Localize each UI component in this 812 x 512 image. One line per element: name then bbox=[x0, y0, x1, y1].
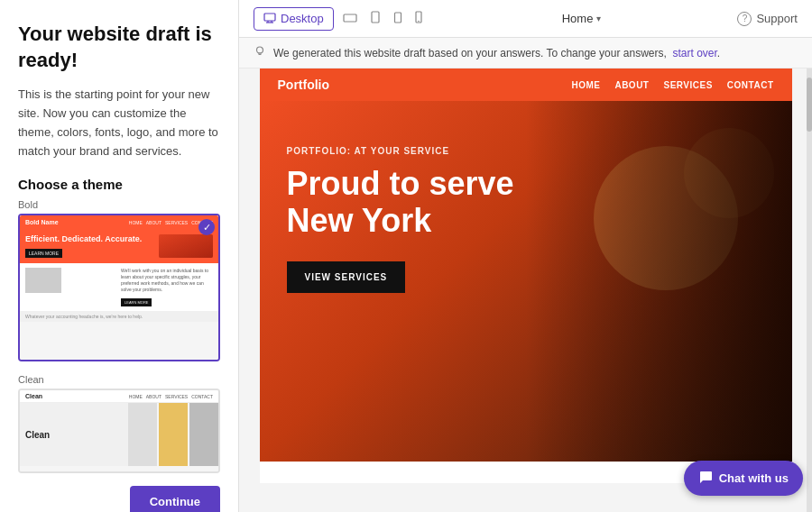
nav-contact[interactable]: CONTACT bbox=[727, 80, 774, 90]
nav-about[interactable]: ABOUT bbox=[614, 80, 649, 90]
svg-point-8 bbox=[418, 20, 420, 22]
preview-frame: Portfolio HOME ABOUT SERVICES CONTACT PO… bbox=[260, 69, 792, 483]
bold-theme-preview: Bold Name HOMEABOUTSERVICESCONTACT Effic… bbox=[20, 215, 218, 360]
site-logo: Portfolio bbox=[278, 78, 330, 92]
page-heading: Your website draft is ready! bbox=[18, 22, 220, 73]
clean-theme-card[interactable]: Clean HOMEABOUTSERVICESCONTACT Clean bbox=[18, 389, 220, 473]
site-hero: PORTFOLIO: AT YOUR SERVICE Proud to serv… bbox=[260, 101, 792, 462]
hero-cta-button[interactable]: VIEW SERVICES bbox=[287, 261, 406, 293]
site-nav-links: HOME ABOUT SERVICES CONTACT bbox=[571, 80, 773, 90]
device-tabs: Desktop bbox=[254, 7, 426, 31]
clean-preview-logo: Clean bbox=[25, 393, 42, 399]
chat-button[interactable]: Chat with us bbox=[684, 461, 803, 496]
hero-subtitle: PORTFOLIO: AT YOUR SERVICE bbox=[287, 146, 765, 156]
nav-services[interactable]: SERVICES bbox=[663, 80, 712, 90]
svg-rect-6 bbox=[394, 13, 401, 23]
site-nav: Portfolio HOME ABOUT SERVICES CONTACT bbox=[260, 69, 792, 101]
bold-theme-label: Bold bbox=[18, 199, 220, 210]
preview-area[interactable]: Portfolio HOME ABOUT SERVICES CONTACT PO… bbox=[239, 69, 812, 512]
notice-text: We generated this website draft based on… bbox=[273, 47, 720, 59]
desktop-tab[interactable]: Desktop bbox=[254, 7, 334, 31]
svg-rect-5 bbox=[372, 12, 379, 23]
bold-footer-text: Whatever your accounting headache is, we… bbox=[25, 314, 143, 319]
desktop-tab-label: Desktop bbox=[281, 12, 324, 25]
page-selector-arrow: ▾ bbox=[596, 14, 601, 23]
svg-rect-0 bbox=[264, 14, 275, 21]
chat-bubble-icon bbox=[698, 470, 713, 487]
page-selector-label: Home bbox=[562, 12, 594, 25]
top-bar: Desktop Home ▾ ? Support bbox=[239, 0, 812, 38]
start-over-link[interactable]: start over bbox=[672, 47, 716, 59]
svg-point-9 bbox=[257, 47, 263, 53]
tablet-small-btn[interactable] bbox=[390, 7, 406, 31]
notice-bar: We generated this website draft based on… bbox=[239, 38, 812, 69]
tablet-portrait-btn[interactable] bbox=[366, 7, 384, 31]
chat-button-label: Chat with us bbox=[719, 471, 789, 485]
preview-scrollbar[interactable] bbox=[807, 69, 812, 512]
page-description: This is the starting point for your new … bbox=[18, 86, 220, 160]
desktop-icon bbox=[263, 12, 276, 26]
preview-scroll-thumb bbox=[807, 78, 812, 132]
bold-section-image bbox=[25, 268, 61, 293]
bulb-icon bbox=[254, 45, 266, 60]
left-panel: Your website draft is ready! This is the… bbox=[0, 0, 239, 512]
clean-theme-label: Clean bbox=[18, 374, 220, 385]
page-selector[interactable]: Home ▾ bbox=[562, 12, 602, 25]
bold-preview-hero-text: Efficient. Dedicated. Accurate. bbox=[25, 234, 155, 244]
bold-preview-logo: Bold Name bbox=[25, 219, 59, 225]
hero-bg-circle2 bbox=[684, 128, 774, 218]
support-label: Support bbox=[756, 12, 798, 25]
svg-rect-4 bbox=[344, 14, 356, 22]
bold-section-text: We'll work with you on an individual bas… bbox=[121, 268, 213, 293]
support-icon: ? bbox=[737, 12, 752, 26]
clean-theme-preview: Clean HOMEABOUTSERVICESCONTACT Clean bbox=[20, 390, 218, 471]
support-button[interactable]: ? Support bbox=[737, 12, 798, 26]
clean-hero-images bbox=[128, 403, 218, 466]
nav-home[interactable]: HOME bbox=[571, 80, 600, 90]
continue-button[interactable]: Continue bbox=[130, 486, 220, 512]
clean-hero-text: Clean bbox=[25, 430, 50, 440]
clean-preview-nav: HOMEABOUTSERVICESCONTACT bbox=[129, 394, 213, 399]
right-panel: Desktop Home ▾ ? Support bbox=[239, 0, 812, 512]
bold-preview-cta: LEARN MORE bbox=[25, 249, 62, 258]
mobile-btn[interactable] bbox=[411, 7, 426, 31]
tablet-landscape-btn[interactable] bbox=[339, 7, 361, 31]
hero-title: Proud to serve New York bbox=[287, 165, 540, 240]
bold-hero-image bbox=[159, 234, 213, 258]
bold-theme-card[interactable]: ✓ Bold Name HOMEABOUTSERVICESCONTACT Eff… bbox=[18, 214, 220, 361]
choose-theme-label: Choose a theme bbox=[18, 177, 220, 192]
